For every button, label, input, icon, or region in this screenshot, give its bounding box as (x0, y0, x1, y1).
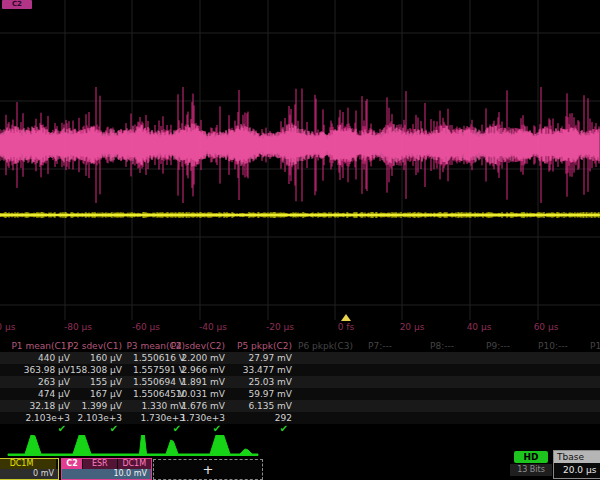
hd-mode-badge[interactable]: HD (514, 451, 548, 463)
table-cell: 167 µV (50, 388, 122, 400)
table-cell: 160 µV (50, 352, 122, 364)
param-header-inactive[interactable]: P9:--- (486, 341, 510, 352)
status-check-icon: ✔ (213, 423, 221, 435)
table-cell: 27.97 mV (220, 352, 292, 364)
time-axis-label: 20 µs (400, 322, 425, 332)
table-cell: 155 µV (50, 376, 122, 388)
resolution-bits-label: 13 Bits (510, 464, 552, 476)
timebase-panel[interactable]: Tbase 20.0 µs (553, 450, 600, 479)
time-axis-label: -40 µs (199, 322, 227, 332)
timebase-value: 20.0 µs (554, 463, 600, 477)
param-header[interactable]: P5 pkpk(C2) (214, 341, 292, 352)
status-check-icon: ✔ (280, 423, 288, 435)
c2-label: C2 (62, 459, 82, 469)
table-cell: 25.03 mV (220, 376, 292, 388)
time-axis-label: -20 µs (266, 322, 294, 332)
trigger-position-marker (341, 314, 351, 321)
c1-coupling-badge: DC1M (0, 459, 56, 469)
time-axis-label: 40 µs (467, 322, 492, 332)
param-header-inactive[interactable]: P8:--- (430, 341, 454, 352)
status-check-icon: ✔ (58, 423, 66, 435)
status-check-icon: ✔ (173, 423, 181, 435)
param-header-inactive[interactable]: P7:--- (368, 341, 392, 352)
measurement-histogram-trace (0, 435, 600, 459)
c2-scale-value: 10.0 mV (62, 469, 151, 479)
param-header-inactive[interactable]: P11 (590, 341, 600, 352)
table-cell: 2.966 mV (153, 364, 225, 376)
channel-c1-descriptor[interactable]: C1 DC1M 0 mV (0, 458, 59, 480)
c2-dc1m-badge: DC1M (117, 459, 152, 469)
table-cell: 158.308 µV (50, 364, 122, 376)
time-axis-label: 60 µs (534, 322, 559, 332)
table-cell: 1.891 mV (153, 376, 225, 388)
table-cell: 1.399 µV (50, 400, 122, 412)
table-cell: 59.97 mV (220, 388, 292, 400)
param-header-inactive[interactable]: P10:--- (538, 341, 568, 352)
c2-esr-badge: ESR (82, 459, 117, 469)
time-axis-label: -80 µs (64, 322, 92, 332)
table-cell: 1.676 mV (153, 400, 225, 412)
table-cell: 6.135 mV (220, 400, 292, 412)
table-cell: 10.031 mV (153, 388, 225, 400)
table-cell: 33.477 mV (220, 364, 292, 376)
time-axis-label: 0 fs (338, 322, 354, 332)
channel-c2-descriptor[interactable]: C2 ESRDC1M 10.0 mV (61, 458, 152, 480)
timebase-title: Tbase (554, 451, 600, 463)
table-cell: 2.200 mV (153, 352, 225, 364)
c1-scale-value: 0 mV (0, 469, 58, 479)
time-axis-label: 00 µs (0, 322, 15, 332)
trace-annotation-badge[interactable]: C2 (2, 0, 32, 9)
waveform-grid[interactable] (0, 0, 600, 320)
status-check-icon: ✔ (110, 423, 118, 435)
add-trace-button[interactable]: + (153, 459, 263, 480)
oscilloscope-screen: C2 00 µs-80 µs-60 µs-40 µs-20 µs0 fs20 µ… (0, 0, 600, 480)
param-header-inactive[interactable]: P6 pkpk(C3) (298, 341, 353, 352)
time-axis-label: -60 µs (132, 322, 160, 332)
